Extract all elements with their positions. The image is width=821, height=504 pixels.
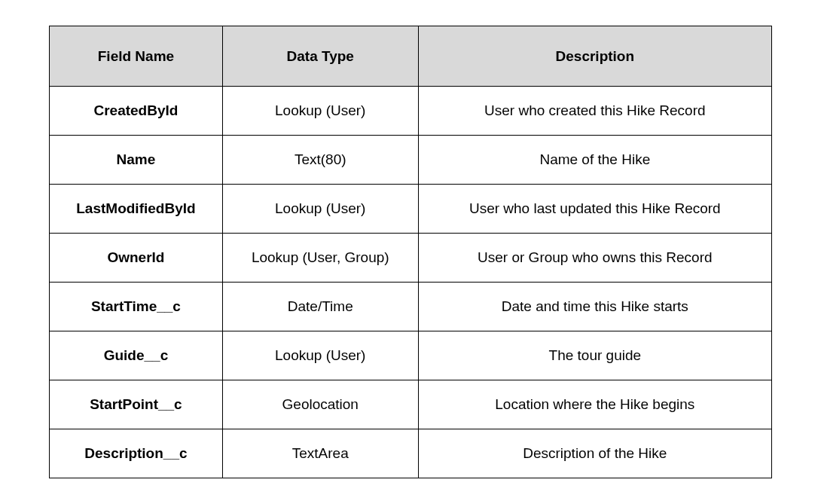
- cell-field-name: LastModifiedById: [50, 185, 223, 234]
- table-header: Field Name Data Type Description: [50, 26, 772, 87]
- col-header-description: Description: [418, 26, 771, 87]
- table-row: Name Text(80) Name of the Hike: [50, 136, 772, 185]
- table-row: LastModifiedById Lookup (User) User who …: [50, 185, 772, 234]
- table-row: StartTime__c Date/Time Date and time thi…: [50, 283, 772, 331]
- cell-description: Date and time this Hike starts: [418, 283, 771, 331]
- table-row: StartPoint__c Geolocation Location where…: [50, 380, 772, 429]
- cell-field-name: StartTime__c: [50, 283, 223, 331]
- cell-field-name: StartPoint__c: [50, 380, 223, 429]
- cell-description: Name of the Hike: [418, 136, 771, 185]
- cell-data-type: Date/Time: [222, 283, 418, 331]
- table-row: OwnerId Lookup (User, Group) User or Gro…: [50, 234, 772, 283]
- cell-description: User who created this Hike Record: [418, 87, 771, 136]
- fields-table: Field Name Data Type Description Created…: [49, 26, 772, 478]
- table-row: CreatedById Lookup (User) User who creat…: [50, 87, 772, 136]
- cell-field-name: OwnerId: [50, 234, 223, 283]
- cell-field-name: CreatedById: [50, 87, 223, 136]
- cell-data-type: Lookup (User): [222, 87, 418, 136]
- col-header-field-name: Field Name: [50, 26, 223, 87]
- cell-description: The tour guide: [418, 331, 771, 380]
- cell-data-type: Text(80): [222, 136, 418, 185]
- cell-field-name: Guide__c: [50, 331, 223, 380]
- table-row: Description__c TextArea Description of t…: [50, 429, 772, 478]
- table-body: CreatedById Lookup (User) User who creat…: [50, 87, 772, 478]
- cell-field-name: Description__c: [50, 429, 223, 478]
- cell-description: User or Group who owns this Record: [418, 234, 771, 283]
- cell-field-name: Name: [50, 136, 223, 185]
- col-header-data-type: Data Type: [222, 26, 418, 87]
- table-row: Guide__c Lookup (User) The tour guide: [50, 331, 772, 380]
- cell-description: Description of the Hike: [418, 429, 771, 478]
- cell-description: Location where the Hike begins: [418, 380, 771, 429]
- cell-description: User who last updated this Hike Record: [418, 185, 771, 234]
- cell-data-type: Geolocation: [222, 380, 418, 429]
- cell-data-type: Lookup (User, Group): [222, 234, 418, 283]
- cell-data-type: Lookup (User): [222, 185, 418, 234]
- table-header-row: Field Name Data Type Description: [50, 26, 772, 87]
- cell-data-type: TextArea: [222, 429, 418, 478]
- cell-data-type: Lookup (User): [222, 331, 418, 380]
